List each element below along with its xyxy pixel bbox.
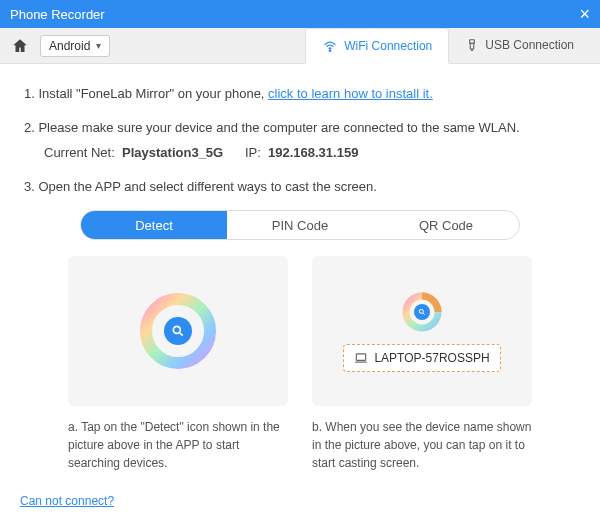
ip-value: 192.168.31.159 xyxy=(268,145,358,160)
window-title: Phone Recorder xyxy=(10,7,105,22)
panel-a-text: a. Tap on the "Detect" icon shown in the… xyxy=(68,418,288,472)
method-pin[interactable]: PIN Code xyxy=(227,211,373,239)
step-1-text: 1. Install "FoneLab Mirror" on your phon… xyxy=(24,86,268,101)
home-icon[interactable] xyxy=(10,36,30,56)
tab-wifi-label: WiFi Connection xyxy=(344,39,432,53)
step-2-text: 2. Please make sure your device and the … xyxy=(24,120,520,135)
method-detect[interactable]: Detect xyxy=(81,211,227,239)
connection-tabs: WiFi Connection USB Connection xyxy=(305,28,590,63)
panels: a. Tap on the "Detect" icon shown in the… xyxy=(24,256,576,472)
detect-illustration xyxy=(68,256,288,406)
toolbar: Android ▾ WiFi Connection USB Connection xyxy=(0,28,600,64)
tab-wifi[interactable]: WiFi Connection xyxy=(305,28,449,64)
magnify-small-icon xyxy=(414,304,430,320)
panel-detect: a. Tap on the "Detect" icon shown in the… xyxy=(68,256,288,472)
install-link[interactable]: click to learn how to install it. xyxy=(268,86,433,101)
detect-ring-icon xyxy=(138,291,218,371)
svg-rect-2 xyxy=(471,43,475,49)
step-2: 2. Please make sure your device and the … xyxy=(24,118,576,163)
step-1: 1. Install "FoneLab Mirror" on your phon… xyxy=(24,84,576,104)
svg-point-6 xyxy=(419,309,423,313)
panel-device: LAPTOP-57ROSSPH b. When you see the devi… xyxy=(312,256,532,472)
laptop-icon xyxy=(354,352,368,364)
platform-label: Android xyxy=(49,39,90,53)
ip-label: IP: xyxy=(245,145,261,160)
step-3: 3. Open the APP and select different way… xyxy=(24,177,576,197)
tab-usb-label: USB Connection xyxy=(485,38,574,52)
usb-icon xyxy=(465,38,479,52)
net-name: Playstation3_5G xyxy=(122,145,223,160)
magnify-icon xyxy=(164,317,192,345)
svg-point-0 xyxy=(330,50,331,51)
method-qr[interactable]: QR Code xyxy=(373,211,519,239)
chevron-down-icon: ▾ xyxy=(96,40,101,51)
network-info: Current Net: Playstation3_5G IP: 192.168… xyxy=(44,143,576,163)
svg-point-4 xyxy=(173,326,180,333)
device-illustration: LAPTOP-57ROSSPH xyxy=(312,256,532,406)
method-tabs: Detect PIN Code QR Code xyxy=(80,210,520,240)
svg-rect-7 xyxy=(357,354,366,360)
platform-select[interactable]: Android ▾ xyxy=(40,35,110,57)
device-ring-icon xyxy=(400,290,444,334)
content: 1. Install "FoneLab Mirror" on your phon… xyxy=(0,64,600,494)
titlebar: Phone Recorder × xyxy=(0,0,600,28)
device-box: LAPTOP-57ROSSPH xyxy=(343,344,500,372)
help-link[interactable]: Can not connect? xyxy=(20,494,114,508)
device-name: LAPTOP-57ROSSPH xyxy=(374,351,489,365)
wifi-icon xyxy=(322,38,338,54)
panel-b-text: b. When you see the device name shown in… xyxy=(312,418,532,472)
net-label: Current Net: xyxy=(44,145,115,160)
tab-usb[interactable]: USB Connection xyxy=(449,28,590,63)
close-icon[interactable]: × xyxy=(579,4,590,25)
